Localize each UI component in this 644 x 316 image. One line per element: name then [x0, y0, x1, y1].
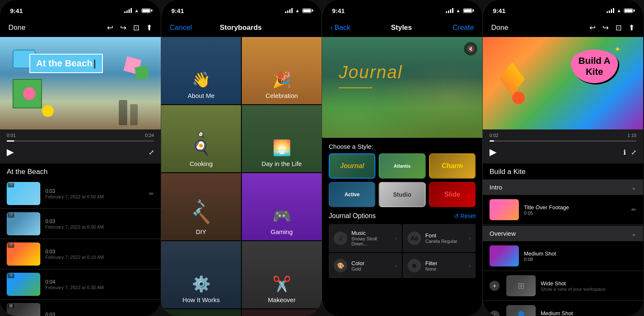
play-button-1[interactable]: ▶ [7, 147, 14, 158]
storyboard-cell-celebration[interactable]: 🎉 Celebration [242, 37, 322, 104]
storyboard-cell-film[interactable]: 🎬 Film [242, 309, 322, 316]
back-button-3[interactable]: ‹ Back [330, 24, 350, 32]
storyboard-cell-about-me[interactable]: 👋 About Me [161, 37, 241, 104]
redo-icon-1[interactable]: ↪ [120, 23, 126, 32]
page-title-2: Storyboards [220, 24, 262, 32]
video-title-card[interactable]: At the Beach [29, 54, 103, 73]
kite-title-bubble[interactable]: Build AKite [571, 50, 618, 83]
chevron-font: › [469, 235, 471, 241]
crop-icon-1[interactable]: ⊡ [133, 23, 139, 32]
storyboard-cell-diy[interactable]: 🔨 DIY [161, 173, 241, 240]
option-value-color: Gold [351, 266, 391, 271]
cancel-button-2[interactable]: Cancel [170, 24, 192, 32]
shot-add-medium[interactable]: + [490, 311, 500, 316]
celebration-icon: 🎉 [272, 71, 291, 89]
font-icon: Aa [408, 232, 421, 245]
reset-button-3[interactable]: ↺ Reset [454, 213, 476, 219]
media-edit-button-1[interactable]: ✏ [149, 190, 154, 197]
media-item-2[interactable]: 🎬 0:03 February 7, 2022 at 6:00 AM [0, 209, 161, 239]
option-value-font: Canela Regular [425, 239, 465, 244]
battery-icon-1 [141, 8, 151, 13]
option-row-filter[interactable]: ⊕ Filter None › [403, 253, 476, 278]
section-chevron-overview: ⌄ [631, 230, 636, 237]
play-button-4[interactable]: ▶ [490, 147, 497, 158]
media-duration-3: 0:03 [45, 249, 154, 255]
media-item-5[interactable]: 🎬 0:03 [0, 300, 161, 316]
makeover-label: Makeover [268, 296, 296, 303]
nav-bar-1: Done ↩ ↪ ⊡ ⬆ [0, 18, 161, 37]
shot-desc-3: Show a view of your workspace. [541, 287, 636, 292]
journal-underline [339, 87, 372, 88]
signal-bars-4 [607, 8, 614, 13]
media-item-3[interactable]: 🎬 0:03 February 7, 2022 at 6:10 AM [0, 239, 161, 269]
phone-2-storyboards: 9:41 ▲ Cancel Storyboards 👋 About Me [161, 0, 322, 316]
shot-info-3: Wide Shot Show a view of your workspace. [541, 280, 636, 292]
style-thumb-studio[interactable]: Studio [379, 182, 425, 207]
shot-item-title-over-footage[interactable]: Title Over Footage 0:05 ✏ [483, 195, 643, 225]
storyboard-cell-makeover[interactable]: ✂️ Makeover [242, 241, 322, 308]
playback-controls-4: ▶ ℹ ⤢ [490, 144, 636, 160]
crop-icon-4[interactable]: ⊡ [615, 23, 622, 32]
how-it-works-icon: ⚙️ [192, 275, 211, 293]
storyboard-cell-day-life[interactable]: 🌅 Day in the Life [242, 105, 322, 172]
style-thumb-active[interactable]: Active [329, 182, 375, 207]
section-header-intro[interactable]: Intro ⌄ [483, 179, 643, 195]
battery-icon-2 [302, 8, 312, 13]
shot-add-wide[interactable]: + [490, 281, 500, 291]
fullscreen-button-1[interactable]: ⤢ [149, 148, 154, 156]
storyboard-cell-gaming[interactable]: 🎮 Gaming [242, 173, 322, 240]
option-label-music: Music [351, 230, 391, 236]
signal-bars-3 [446, 8, 453, 13]
option-row-music[interactable]: ♫ Music Snowy Stroll Down... › [329, 224, 402, 252]
about-me-label: About Me [188, 92, 215, 99]
create-button-3[interactable]: Create [453, 24, 474, 32]
shot-duration-1: 0:05 [524, 211, 626, 216]
undo-icon-4[interactable]: ↩ [589, 23, 596, 32]
style-thumb-journal[interactable]: Journal [329, 153, 375, 179]
progress-track-1[interactable] [7, 140, 154, 142]
fullscreen-button-4[interactable]: ⤢ [631, 148, 636, 156]
status-icons-3: ▲ [446, 8, 472, 13]
storyboard-cell-qa[interactable]: ❓ Q&A [161, 309, 241, 316]
nav-icons-1: ↩ ↪ ⊡ ⬆ [107, 23, 152, 32]
media-thumb-5: 🎬 [7, 303, 40, 316]
kite-shape [500, 62, 525, 96]
shot-edit-button-1[interactable]: ✏ [631, 206, 636, 213]
option-row-font[interactable]: Aa Font Canela Regular › [403, 224, 476, 252]
signal-bars-1 [124, 8, 132, 13]
shot-item-wide-shot[interactable]: + ⊞ Wide Shot Show a view of your worksp… [483, 271, 643, 301]
shot-item-medium-shot-2[interactable]: + 👤 Medium Shot What makes this project … [483, 301, 643, 316]
redo-icon-4[interactable]: ↪ [602, 23, 609, 32]
how-it-works-label: How It Works [183, 296, 220, 303]
option-value-music: Snowy Stroll Down... [351, 236, 391, 246]
shot-title-4: Medium Shot [541, 310, 636, 316]
share-icon-4[interactable]: ⬆ [628, 23, 635, 32]
time-end-4: 1:10 [628, 133, 636, 138]
done-button-1[interactable]: Done [8, 24, 26, 32]
storyboard-cell-how-it-works[interactable]: ⚙️ How It Works [161, 241, 241, 308]
diy-icon: 🔨 [192, 207, 211, 225]
section-header-overview[interactable]: Overview ⌄ [483, 226, 643, 241]
media-date-4: February 7, 2022 at 6:30 AM [45, 285, 154, 290]
undo-icon-1[interactable]: ↩ [107, 23, 113, 32]
status-time-1: 9:41 [10, 7, 23, 14]
media-info-1: 0:03 February 7, 2022 at 6:50 AM [45, 188, 144, 199]
shot-title-1: Title Over Footage [524, 204, 626, 211]
choose-style-label: Choose a Style: [322, 138, 482, 153]
style-thumb-charm[interactable]: Charm [429, 153, 476, 179]
storyboard-cell-cooking[interactable]: 🍳 Cooking [161, 105, 241, 172]
chevron-filter: › [469, 263, 471, 269]
diy-label: DIY [196, 228, 206, 235]
style-thumb-slide[interactable]: Slide [429, 182, 476, 207]
done-button-4[interactable]: Done [491, 24, 508, 32]
media-date-1: February 7, 2022 at 6:50 AM [45, 194, 144, 199]
media-item-1[interactable]: 🎬 0:03 February 7, 2022 at 6:50 AM ✏ [0, 179, 161, 209]
option-row-color[interactable]: 🎨 Color Gold › [329, 253, 402, 278]
info-button-4[interactable]: ℹ [623, 148, 626, 156]
style-thumb-atlantis[interactable]: Atlantis [379, 153, 425, 179]
media-item-4[interactable]: 🎬 0:04 February 7, 2022 at 6:30 AM [0, 269, 161, 300]
progress-track-4[interactable] [490, 140, 636, 142]
mute-button-3[interactable]: 🔇 [464, 42, 477, 55]
share-icon-1[interactable]: ⬆ [146, 23, 152, 32]
shot-item-medium-shot[interactable]: Medium Shot 0:08 [483, 241, 643, 271]
